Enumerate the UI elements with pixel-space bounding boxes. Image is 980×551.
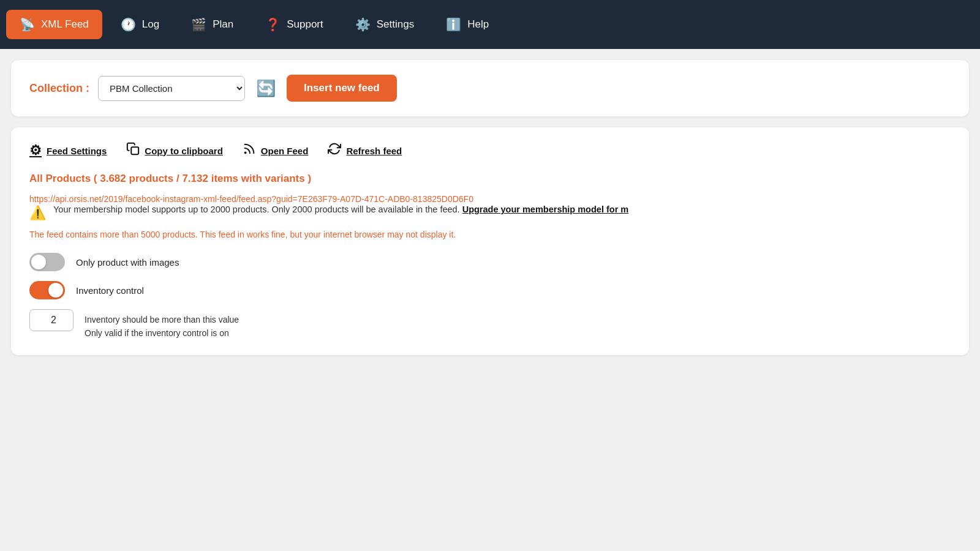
nav-support[interactable]: ❓ Support	[252, 10, 337, 39]
overflow-warning: The feed contains more than 5000 product…	[29, 230, 951, 239]
nav-support-label: Support	[287, 18, 323, 31]
nav-xml-feed-label: XML Feed	[41, 18, 89, 31]
toggle-inventory-slider	[29, 281, 65, 299]
refresh-collection-button[interactable]: 🔄	[254, 77, 278, 100]
inventory-input[interactable]	[29, 309, 74, 331]
warning-text: Your membership model supports up to 200…	[53, 204, 628, 214]
refresh-feed-icon	[328, 142, 341, 159]
refresh-feed-button[interactable]: Refresh feed	[328, 142, 402, 159]
inventory-desc-line2: Only valid if the inventory control is o…	[85, 326, 239, 340]
feed-settings-label: Feed Settings	[47, 146, 107, 156]
collection-label: Collection :	[29, 82, 89, 95]
warning-row: ⚠️ Your membership model supports up to …	[29, 204, 951, 221]
refresh-feed-label: Refresh feed	[346, 146, 402, 156]
open-feed-label: Open Feed	[261, 146, 309, 156]
copy-clipboard-label: Copy to clipboard	[145, 146, 223, 156]
nav-plan-label: Plan	[213, 18, 233, 31]
log-icon: 🕐	[121, 17, 136, 32]
refresh-small-icon: 🔄	[256, 79, 276, 98]
nav-settings[interactable]: ⚙️ Settings	[342, 10, 428, 39]
settings-icon: ⚙️	[355, 17, 371, 32]
navbar: 📡 XML Feed 🕐 Log 🎬 Plan ❓ Support ⚙️ Set…	[0, 0, 980, 49]
copy-clipboard-button[interactable]: Copy to clipboard	[126, 142, 223, 159]
toggle-images-slider	[29, 253, 65, 271]
support-icon: ❓	[265, 17, 281, 32]
toggle-inventory-switch[interactable]	[29, 281, 65, 299]
nav-help-label: Help	[467, 18, 489, 31]
nav-settings-label: Settings	[377, 18, 414, 31]
toggle-inventory-label: Inventory control	[76, 285, 144, 296]
collection-row: Collection : PBM Collection All Products…	[29, 75, 951, 102]
feed-url-link[interactable]: https://api.orsis.net/2019/facebook-inst…	[29, 194, 473, 204]
nav-plan[interactable]: 🎬 Plan	[178, 10, 247, 39]
svg-rect-0	[132, 147, 139, 154]
upgrade-link[interactable]: Upgrade your membership model for m	[462, 204, 629, 214]
feed-title: All Products ( 3.682 products / 7.132 it…	[29, 173, 951, 185]
nav-log[interactable]: 🕐 Log	[107, 10, 173, 39]
help-icon: ℹ️	[446, 17, 461, 32]
insert-feed-button[interactable]: Insert new feed	[287, 75, 397, 102]
nav-help[interactable]: ℹ️ Help	[432, 10, 502, 39]
open-feed-button[interactable]: Open Feed	[243, 142, 309, 159]
svg-point-1	[245, 152, 246, 154]
nav-xml-feed[interactable]: 📡 XML Feed	[6, 10, 102, 39]
feed-settings-button[interactable]: ⚙ Feed Settings	[29, 143, 107, 159]
rss-icon: 📡	[20, 17, 35, 32]
warning-icon: ⚠️	[29, 205, 46, 221]
collection-card: Collection : PBM Collection All Products…	[11, 60, 969, 116]
feed-actions-row: ⚙ Feed Settings Copy to clipboard Open F…	[29, 142, 951, 159]
inventory-desc: Inventory should be more than this value…	[85, 309, 239, 340]
toggle-images-row: Only product with images	[29, 253, 951, 271]
rss-open-icon	[243, 142, 256, 159]
gear-icon: ⚙	[29, 143, 42, 159]
collection-select[interactable]: PBM Collection All Products Featured	[98, 76, 245, 101]
toggle-images-switch[interactable]	[29, 253, 65, 271]
inventory-desc-line1: Inventory should be more than this value	[85, 313, 239, 326]
inventory-row: Inventory should be more than this value…	[29, 309, 951, 340]
toggle-images-label: Only product with images	[76, 257, 179, 268]
plan-icon: 🎬	[191, 17, 206, 32]
toggle-inventory-row: Inventory control	[29, 281, 951, 299]
feed-card: ⚙ Feed Settings Copy to clipboard Open F…	[11, 127, 969, 355]
nav-log-label: Log	[142, 18, 159, 31]
copy-icon	[126, 142, 140, 159]
